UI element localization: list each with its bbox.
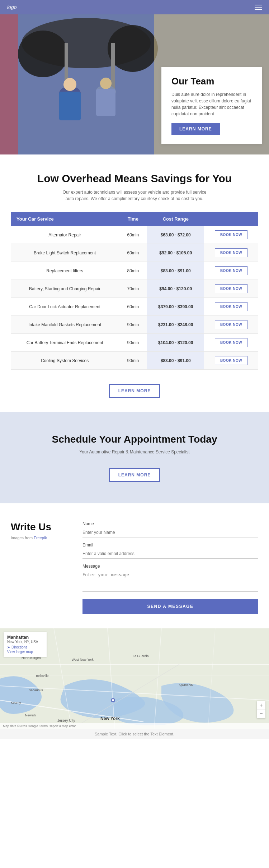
zoom-in-button[interactable]: + — [257, 701, 265, 710]
hero-card: Our Team Duis aute irure dolor in repreh… — [161, 67, 262, 144]
svg-rect-8 — [59, 92, 81, 120]
book-action: BOOK NOW — [204, 352, 258, 370]
book-action: BOOK NOW — [204, 316, 258, 334]
service-time: 90min — [119, 352, 147, 370]
book-action: BOOK NOW — [204, 262, 258, 280]
service-cost: $83.00 - $91.00 — [147, 262, 204, 280]
message-field-group: Message — [82, 564, 258, 593]
map-zoom-controls: + − — [257, 701, 265, 718]
hamburger-menu[interactable] — [255, 5, 262, 10]
book-action: BOOK NOW — [204, 244, 258, 262]
savings-learn-more-button[interactable]: LEARN MORE — [109, 384, 160, 398]
appointment-learn-more-button[interactable]: LEARN MORE — [109, 468, 160, 482]
service-time: 60min — [119, 226, 147, 244]
hamburger-line-3 — [255, 9, 262, 10]
service-time: 90min — [119, 316, 147, 334]
service-cost: $94.00 - $120.00 — [147, 280, 204, 298]
name-label: Name — [82, 521, 258, 526]
appointment-section: Schedule Your Appointment Today Your Aut… — [0, 412, 269, 503]
hero-title: Our Team — [171, 76, 252, 87]
service-name: Brake Light Switch Replacement — [11, 244, 119, 262]
service-cost: $231.00 - $248.00 — [147, 316, 204, 334]
freepik-link[interactable]: Freepik — [34, 536, 47, 540]
col-action — [204, 212, 258, 226]
table-row: Car Battery Terminal Ends Replacement 90… — [11, 334, 258, 352]
service-time: 60min — [119, 298, 147, 316]
book-now-button[interactable]: BOOK NOW — [215, 248, 247, 257]
service-time: 90min — [119, 334, 147, 352]
map-section: North Bergen West New York La Guardia Se… — [0, 628, 269, 729]
service-cost: $63.00 - $72.00 — [147, 226, 204, 244]
book-now-button[interactable]: BOOK NOW — [215, 320, 247, 329]
table-row: Brake Light Switch Replacement 60min $92… — [11, 244, 258, 262]
service-name: Cooling System Services — [11, 352, 119, 370]
appointment-title: Schedule Your Appointment Today — [11, 434, 258, 445]
book-now-button[interactable]: BOOK NOW — [215, 230, 247, 239]
book-now-button[interactable]: BOOK NOW — [215, 338, 247, 347]
service-name: Alternator Repair — [11, 226, 119, 244]
table-row: Alternator Repair 60min $63.00 - $72.00 … — [11, 226, 258, 244]
email-label: Email — [82, 542, 258, 548]
book-now-button[interactable]: BOOK NOW — [215, 356, 247, 365]
svg-text:Belleville: Belleville — [36, 674, 49, 678]
service-time: 80min — [119, 262, 147, 280]
contact-left: Write Us Images from Freepik — [11, 521, 68, 614]
footer-text: Sample Text. Click to select the Text El… — [95, 732, 174, 736]
map-directions-link[interactable]: ➤ Directions — [7, 645, 43, 649]
table-row: Car Door Lock Actuator Replacement 60min… — [11, 298, 258, 316]
book-action: BOOK NOW — [204, 298, 258, 316]
svg-point-35 — [112, 699, 114, 701]
services-table: Your Car Service Time Cost Range Alterna… — [11, 212, 258, 370]
hero-learn-more-button[interactable]: LEARN MORE — [171, 123, 220, 135]
view-larger-map-link[interactable]: View larger map — [7, 650, 43, 654]
table-header-row: Your Car Service Time Cost Range — [11, 212, 258, 226]
table-row: Intake Manifold Gaskets Replacement 90mi… — [11, 316, 258, 334]
book-action: BOOK NOW — [204, 280, 258, 298]
directions-icon: ➤ — [7, 645, 10, 649]
book-now-button[interactable]: BOOK NOW — [215, 284, 247, 293]
email-input[interactable] — [82, 549, 258, 559]
svg-point-7 — [63, 78, 76, 91]
svg-text:QUEENS: QUEENS — [179, 683, 193, 687]
message-input[interactable] — [82, 570, 258, 592]
col-service: Your Car Service — [11, 212, 119, 226]
svg-text:New York: New York — [100, 716, 120, 721]
book-action: BOOK NOW — [204, 226, 258, 244]
page-footer: Sample Text. Click to select the Text El… — [0, 729, 269, 739]
svg-text:Secaucus: Secaucus — [29, 688, 43, 692]
map-city-sub: New York, NY, USA — [7, 640, 43, 644]
contact-title: Write Us — [11, 521, 68, 533]
table-header: Your Car Service Time Cost Range — [11, 212, 258, 226]
hamburger-line-1 — [255, 5, 262, 5]
name-field-group: Name — [82, 521, 258, 537]
name-input[interactable] — [82, 528, 258, 537]
zoom-out-button[interactable]: − — [257, 710, 265, 718]
svg-text:Kearny: Kearny — [11, 701, 21, 705]
svg-point-2 — [18, 31, 68, 77]
service-cost: $83.00 - $91.00 — [147, 352, 204, 370]
book-now-button[interactable]: BOOK NOW — [215, 266, 247, 275]
book-now-button[interactable]: BOOK NOW — [215, 302, 247, 311]
send-message-button[interactable]: SEND A MESSAGE — [82, 599, 258, 614]
appointment-subtitle: Your Automotive Repair & Maintenance Ser… — [11, 449, 258, 454]
book-action: BOOK NOW — [204, 334, 258, 352]
service-name: Battery, Starting and Charging Repair — [11, 280, 119, 298]
site-header: logo — [0, 0, 269, 14]
map-city-name: Manhattan — [7, 635, 43, 640]
svg-rect-11 — [96, 89, 115, 116]
map-info-box: Manhattan New York, NY, USA ➤ Directions… — [4, 632, 47, 657]
svg-point-3 — [108, 25, 158, 72]
svg-text:West New York: West New York — [72, 658, 94, 661]
service-cost: $379.00 - $390.00 — [147, 298, 204, 316]
hamburger-line-2 — [255, 7, 262, 8]
email-field-group: Email — [82, 542, 258, 559]
savings-title: Low Overhead Means Savings for You — [11, 172, 258, 185]
service-time: 70min — [119, 280, 147, 298]
contact-section: Write Us Images from Freepik Name Email … — [0, 503, 269, 628]
service-name: Replacement filters — [11, 262, 119, 280]
savings-subtitle: Our expert auto technicians will assess … — [59, 189, 210, 202]
contact-form: Name Email Message SEND A MESSAGE — [82, 521, 258, 614]
map-footer: Map data ©2023 Google Terms Report a map… — [0, 723, 269, 729]
col-time: Time — [119, 212, 147, 226]
svg-point-10 — [100, 78, 112, 89]
